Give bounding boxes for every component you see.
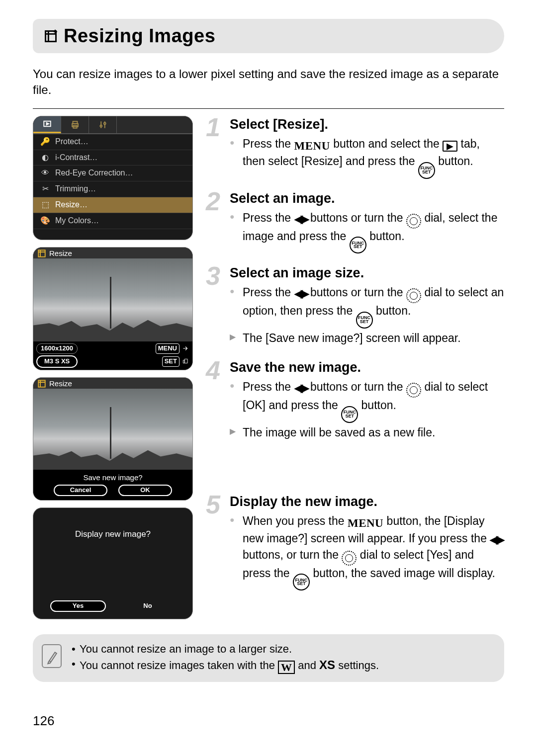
step-5: 5Display the new image.When you press th… <box>206 493 504 590</box>
xs-size-icon: XS <box>319 658 335 672</box>
playback-icon: ▶ <box>443 141 457 152</box>
left-right-icon: ◀▶ <box>294 287 307 300</box>
menu-button-icon: MENU <box>294 138 330 154</box>
step-instruction: When you press the MENU button, the [Dis… <box>230 513 504 590</box>
camera-tabs <box>33 116 192 134</box>
menu-item-i-contrast-[interactable]: ◐i-Contrast… <box>33 150 192 166</box>
menu-item-my-colors-[interactable]: 🎨My Colors… <box>33 213 192 229</box>
step-2: 2Select an image.Press the ◀▶ buttons or… <box>206 190 504 254</box>
menu-button-icon: MENU <box>348 515 383 531</box>
control-dial-icon <box>406 214 421 229</box>
tools-tab[interactable] <box>89 116 117 133</box>
screenshots-column: 🔑Protect…◐i-Contrast…👁Red-Eye Correction… <box>33 116 193 619</box>
yes-button[interactable]: Yes <box>50 600 106 612</box>
step-4: 4Save the new image.Press the ◀▶ buttons… <box>206 359 504 440</box>
step-result: The [Save new image?] screen will appear… <box>230 331 504 346</box>
resize-preview-screen: Resize 1600x1200 MENU M3 S XS SET <box>33 247 193 370</box>
step-number: 2 <box>206 185 220 219</box>
divider <box>33 108 504 109</box>
resolution-badge: 1600x1200 <box>36 343 78 354</box>
step-title: Save the new image. <box>230 359 504 376</box>
control-dial-icon <box>406 383 421 398</box>
page-title: Resizing Images <box>64 24 215 48</box>
left-right-icon: ◀▶ <box>490 533 503 546</box>
menu-item-red-eye-correction-[interactable]: 👁Red-Eye Correction… <box>33 166 192 181</box>
content-row: 🔑Protect…◐i-Contrast…👁Red-Eye Correction… <box>33 116 504 619</box>
camera-menu-screen: 🔑Protect…◐i-Contrast…👁Red-Eye Correction… <box>33 116 193 240</box>
menu-item-resize-[interactable]: ⬚Resize… <box>33 197 192 213</box>
intro-text: You can resize images to a lower pixel s… <box>33 66 504 97</box>
no-button[interactable]: No <box>120 600 176 612</box>
resize-header: Resize <box>33 248 192 259</box>
playback-tab[interactable] <box>33 116 61 133</box>
save-prompt-screen: Resize Save new image? Cancel OK <box>33 377 193 501</box>
step-3: 3Select an image size.Press the ◀▶ butto… <box>206 264 504 346</box>
title-bar: Resizing Images <box>33 19 504 53</box>
step-number: 1 <box>206 111 220 145</box>
func-set-icon: FUNCSET <box>418 162 435 179</box>
func-set-icon: FUNCSET <box>356 312 373 329</box>
notes-box: You cannot resize an image to a larger s… <box>33 634 504 682</box>
ok-button[interactable]: OK <box>118 485 172 496</box>
control-dial-icon <box>342 551 357 566</box>
cancel-button[interactable]: Cancel <box>54 485 107 496</box>
note-item: You cannot resize an image to a larger s… <box>72 642 494 657</box>
left-right-icon: ◀▶ <box>294 213 307 225</box>
svg-point-6 <box>103 122 105 124</box>
svg-point-5 <box>100 125 102 127</box>
set-badge[interactable]: SET <box>162 356 179 367</box>
func-set-icon: FUNCSET <box>350 237 366 253</box>
menu-badge[interactable]: MENU <box>156 343 179 354</box>
step-number: 4 <box>206 354 220 388</box>
step-number: 3 <box>206 259 220 293</box>
sizes-pill[interactable]: M3 S XS <box>36 355 78 368</box>
step-instruction: Press the ◀▶ buttons or turn the dial, s… <box>230 210 504 254</box>
widescreen-icon: W <box>278 661 295 674</box>
display-prompt-screen: Display new image? Yes No <box>33 507 193 619</box>
step-instruction: Press the ◀▶ buttons or turn the dial to… <box>230 379 504 423</box>
control-dial-icon <box>406 288 421 303</box>
menu-item-protect-[interactable]: 🔑Protect… <box>33 134 192 150</box>
svg-rect-0 <box>46 31 56 41</box>
step-number: 5 <box>206 488 220 522</box>
pencil-icon <box>42 644 62 668</box>
svg-rect-8 <box>38 380 45 387</box>
left-right-icon: ◀▶ <box>294 382 307 394</box>
step-1: 1Select [Resize].Press the MENU button a… <box>206 116 504 179</box>
print-tab[interactable] <box>61 116 89 133</box>
menu-item-trimming-[interactable]: ✂Trimming… <box>33 181 192 197</box>
step-title: Select an image. <box>230 190 504 207</box>
save-prompt-text: Save new image? <box>37 473 188 483</box>
func-set-icon: FUNCSET <box>293 574 310 590</box>
resize-icon <box>44 29 58 43</box>
steps-column: 1Select [Resize].Press the MENU button a… <box>206 116 504 619</box>
step-instruction: Press the ◀▶ buttons or turn the dial to… <box>230 285 504 329</box>
step-result: The image will be saved as a new file. <box>230 425 504 440</box>
func-set-icon: FUNCSET <box>341 406 358 423</box>
display-prompt-text: Display new image? <box>33 529 192 540</box>
page-number: 126 <box>33 713 504 730</box>
note-item: You cannot resize images taken with the … <box>72 657 494 674</box>
step-title: Select an image size. <box>230 264 504 282</box>
step-instruction: Press the MENU button and select the ▶ t… <box>230 136 504 179</box>
step-title: Display the new image. <box>230 493 504 510</box>
svg-rect-7 <box>38 250 45 257</box>
step-title: Select [Resize]. <box>230 116 504 133</box>
